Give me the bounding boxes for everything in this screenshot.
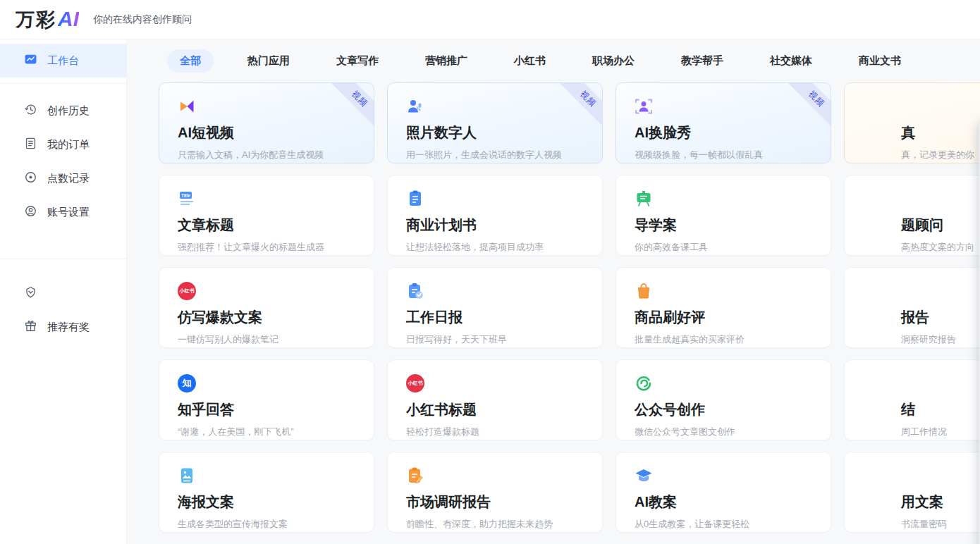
card-imitate-hot-copy[interactable]: 小红书 仿写爆款文案 一键仿写别人的爆款笔记	[159, 267, 374, 348]
sidebar-item-label: 工作台	[47, 54, 79, 68]
card-subtitle: 轻松打造爆款标题	[406, 426, 584, 438]
top-header: 万彩 AI 你的在线内容创作顾问	[0, 0, 980, 39]
workbench-icon	[24, 53, 37, 68]
card-title: 市场调研报告	[406, 493, 584, 512]
card-subtitle: 从0生成教案，让备课更轻松	[635, 518, 812, 531]
sidebar-item-account[interactable]: 账号设置	[0, 195, 126, 229]
sidebar-item-referral[interactable]: 推荐有奖	[0, 310, 126, 344]
card-ai-lesson-plan[interactable]: AI教案 从0生成教案，让备课更轻松	[615, 452, 831, 533]
sidebar-item-label: 账号设置	[47, 206, 90, 219]
card-title: 报告	[901, 308, 980, 327]
card-title: 小红书标题	[406, 400, 584, 419]
card-general-copy-partial[interactable]: 用文案 书流量密码	[844, 452, 980, 533]
card-subtitle: 强烈推荐！让文章爆火的标题生成器	[178, 241, 355, 254]
card-market-research-report[interactable]: 市场调研报告 前瞻性、有深度，助力把握未来趋势	[387, 452, 603, 533]
tab-xiaohongshu[interactable]: 小红书	[501, 49, 558, 73]
gift-icon	[24, 319, 37, 335]
tab-marketing[interactable]: 营销推广	[412, 49, 480, 73]
card-zhihu-answer[interactable]: 知 知乎回答 “谢邀，人在美国，刚下飞机”	[159, 359, 374, 440]
card-subtitle: 只需输入文稿，AI为你配音生成视频	[178, 149, 355, 161]
logo-text-cn: 万彩	[16, 7, 56, 32]
tab-social-media[interactable]: 社交媒体	[757, 49, 825, 73]
daily-report-icon	[406, 282, 584, 300]
card-xiaohongshu-title[interactable]: 小红书 小红书标题 轻松打造爆款标题	[387, 359, 603, 440]
sidebar-item-orders[interactable]: 我的订单	[0, 128, 126, 161]
graduation-cap-icon	[635, 466, 812, 485]
poster-icon	[178, 466, 355, 485]
digital-human-icon	[406, 97, 584, 116]
card-title: 导学案	[635, 216, 812, 235]
tab-all[interactable]: 全部	[167, 49, 214, 73]
account-icon	[24, 204, 37, 220]
card-weekly-summary-partial[interactable]: 结 周工作情况	[844, 359, 980, 440]
tab-hot-apps[interactable]: 热门应用	[235, 49, 302, 73]
card-title: AI短视频	[178, 123, 355, 142]
card-product-reviews[interactable]: 商品刷好评 批量生成超真实的买家评价	[615, 267, 831, 348]
card-title: 文章标题	[178, 216, 355, 235]
card-subtitle: 你的高效备课工具	[635, 241, 812, 254]
xiaohongshu-icon: 小红书	[406, 374, 584, 392]
card-title: 海报文案	[178, 493, 355, 512]
card-poster-copy[interactable]: 海报文案 生成各类型的宣传海报文案	[159, 452, 374, 533]
category-tabs: 全部 热门应用 文章写作 营销推广 小红书 职场办公 教学帮手 社交媒体 商业文…	[167, 49, 980, 72]
history-icon	[24, 103, 37, 118]
card-article-title[interactable]: Title 文章标题 强烈推荐！让文章爆火的标题生成器	[159, 175, 374, 256]
card-title: 工作日报	[406, 308, 584, 327]
card-subtitle: 真，记录更美的你	[901, 149, 980, 161]
card-wechat-official-account[interactable]: 公众号创作 微信公众号文章图文创作	[615, 359, 831, 440]
logo-text-ai: AI	[58, 7, 79, 31]
card-subtitle: 洞察研究报告	[901, 333, 980, 346]
ai-video-icon	[178, 97, 355, 116]
card-lesson-guide[interactable]: 导学案 你的高效备课工具	[615, 175, 831, 256]
sidebar-item-label: 点数记录	[47, 172, 90, 185]
card-title: 真	[901, 123, 980, 142]
card-title: 公众号创作	[635, 400, 812, 419]
card-ai-portrait-partial[interactable]: 真 真，记录更美的你	[844, 82, 980, 163]
tab-teaching[interactable]: 教学帮手	[668, 49, 736, 73]
card-subtitle: 批量生成超真实的买家评价	[635, 333, 812, 346]
lesson-board-icon	[635, 190, 812, 208]
card-title: 知乎回答	[178, 400, 355, 419]
sidebar-item-points[interactable]: 点数记录	[0, 161, 126, 195]
card-ai-short-video[interactable]: AI短视频 只需输入文稿，AI为你配音生成视频 视频	[159, 82, 374, 163]
card-title: 照片数字人	[406, 123, 584, 142]
vip-badge-icon	[24, 285, 37, 301]
card-photo-digital-human[interactable]: 照片数字人 用一张照片，生成会说话的数字人视频 视频	[387, 82, 603, 163]
sidebar-item-workbench[interactable]: 工作台	[0, 44, 126, 78]
card-subtitle: 用一张照片，生成会说话的数字人视频	[406, 149, 584, 161]
card-subtitle: 视频级换脸，每一帧都以假乱真	[635, 149, 812, 161]
card-topic-advisor-partial[interactable]: 题顾问 高热度文案的方向	[844, 175, 980, 256]
card-subtitle: 日报写得好，天天下班早	[406, 333, 584, 346]
card-subtitle: 周工作情况	[901, 426, 980, 438]
card-title: AI教案	[635, 493, 812, 512]
card-research-report-partial[interactable]: 报告 洞察研究报告	[844, 267, 980, 348]
xiaohongshu-icon: 小红书	[178, 282, 355, 300]
card-title: 商品刷好评	[635, 308, 812, 327]
market-report-icon	[406, 466, 584, 485]
app-tagline: 你的在线内容创作顾问	[93, 13, 192, 26]
card-subtitle: “谢邀，人在美国，刚下飞机”	[178, 426, 355, 438]
sidebar-divider	[0, 259, 126, 259]
sidebar-item-history[interactable]: 创作历史	[0, 94, 126, 128]
sidebar: 工作台 创作历史 我的订单 点数记录 账号设置	[0, 39, 127, 544]
card-subtitle: 生成各类型的宣传海报文案	[178, 518, 355, 531]
card-daily-work-report[interactable]: 工作日报 日报写得好，天天下班早	[387, 267, 603, 348]
svg-text:Title: Title	[181, 193, 191, 198]
article-title-icon: Title	[178, 190, 355, 208]
sidebar-item-label: 创作历史	[47, 104, 90, 118]
shopping-bag-icon	[635, 282, 812, 300]
sidebar-item-label: 推荐有奖	[47, 321, 90, 334]
card-subtitle: 一键仿写别人的爆款笔记	[178, 333, 355, 346]
tab-business-docs[interactable]: 商业文书	[846, 49, 914, 73]
sidebar-item-vip[interactable]	[0, 276, 126, 310]
tab-office[interactable]: 职场办公	[580, 49, 647, 73]
card-subtitle: 让想法轻松落地，提高项目成功率	[406, 241, 584, 254]
card-business-plan[interactable]: 商业计划书 让想法轻松落地，提高项目成功率	[387, 175, 603, 256]
card-subtitle: 微信公众号文章图文创作	[635, 426, 812, 438]
wechat-oa-icon	[635, 374, 812, 392]
card-title: 题顾问	[901, 216, 980, 235]
card-ai-face-swap[interactable]: AI换脸秀 视频级换脸，每一帧都以假乱真 视频	[615, 82, 831, 163]
card-title: 用文案	[901, 493, 980, 512]
app-logo[interactable]: 万彩 AI	[16, 7, 79, 32]
tab-article-writing[interactable]: 文章写作	[324, 49, 391, 73]
